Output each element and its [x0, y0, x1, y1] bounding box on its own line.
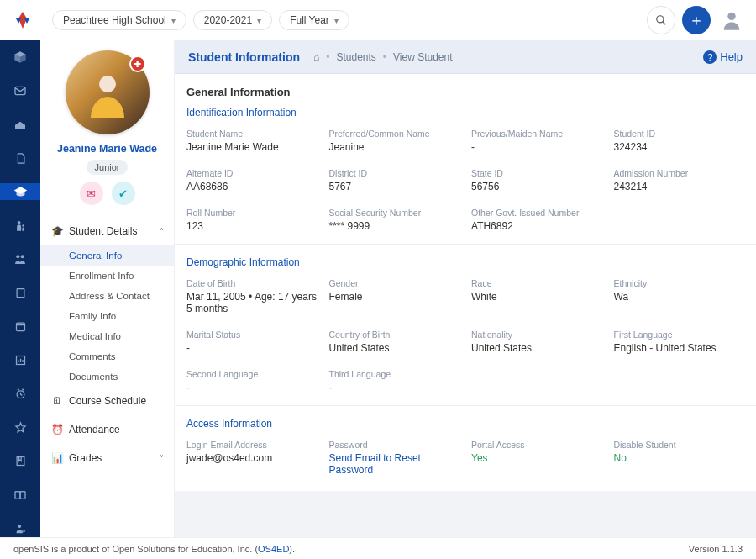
field-gender: GenderFemale [329, 278, 460, 314]
section-demographic: Demographic Information [186, 256, 744, 268]
svg-point-7 [16, 256, 19, 259]
rail-time[interactable] [0, 386, 40, 403]
submenu-label: Grades [69, 452, 102, 464]
bookmark-book-icon [14, 455, 27, 467]
document-icon [14, 152, 27, 165]
student-avatar: ✚ [66, 50, 150, 134]
field-state-id: State ID56756 [471, 168, 602, 192]
term-selector[interactable]: Full Year ▾ [279, 10, 349, 30]
medical-badge-icon: ✚ [129, 55, 146, 72]
rail-dashboard[interactable] [0, 49, 40, 66]
grades-toggle[interactable]: 📊 Grades ˅ [40, 444, 174, 472]
calendar-icon [14, 320, 27, 333]
svg-rect-9 [17, 288, 24, 297]
rail-students[interactable] [0, 183, 40, 200]
bar-chart-icon: 📊 [50, 452, 64, 464]
shield-check-icon: ✔ [118, 187, 128, 200]
email-student-button[interactable]: ✉ [80, 182, 103, 205]
page-title: Student Information [188, 50, 300, 64]
rail-staff[interactable] [0, 250, 40, 267]
rail-book[interactable] [0, 284, 40, 301]
field-marital: Marital Status- [186, 330, 318, 354]
svg-rect-10 [16, 323, 24, 330]
svg-point-15 [18, 525, 21, 529]
field-login-email: Login Email Addressjwade@os4ed.com [186, 440, 318, 476]
field-cob: Country of BirthUnited States [329, 330, 460, 354]
breadcrumb-item[interactable]: Students [336, 51, 375, 63]
field-govt-number: Other Govt. Issued NumberATH6892 [471, 208, 602, 232]
attendance-link[interactable]: ⏰ Attendance [40, 415, 174, 444]
user-menu[interactable] [717, 6, 746, 34]
footer: openSIS is a product of Open Solutions f… [0, 537, 756, 559]
user-gear-icon [14, 522, 27, 535]
student-details-toggle[interactable]: 🎓 Student Details ˄ [40, 217, 174, 245]
version-label: Version 1.1.3 [689, 544, 743, 554]
field-portal-access: Portal AccessYes [471, 440, 602, 476]
submenu-medical-info[interactable]: Medical Info [40, 326, 174, 346]
field-preferred-name: Preferred/Common NameJeanine [329, 129, 460, 153]
student-name: Jeanine Marie Wade [57, 143, 157, 155]
graduation-cap-icon: 🎓 [50, 225, 64, 237]
field-roll-number: Roll Number123 [186, 208, 318, 232]
search-button[interactable] [647, 6, 675, 34]
os4ed-link[interactable]: OS4ED [258, 544, 289, 554]
svg-point-2 [727, 13, 735, 20]
svg-point-16 [23, 530, 25, 533]
home-icon[interactable]: ⌂ [313, 51, 319, 63]
rail-mail[interactable] [0, 82, 40, 99]
rail-reports[interactable] [0, 352, 40, 369]
field-third-language: Third Language- [329, 369, 460, 393]
open-book-icon [13, 488, 27, 502]
field-password: PasswordSend Email to Reset Password [329, 440, 460, 476]
side-panel: ✚ Jeanine Marie Wade Junior ✉ ✔ 🎓 Studen… [40, 40, 175, 537]
verify-student-button[interactable]: ✔ [112, 182, 135, 205]
svg-point-8 [21, 256, 24, 259]
section-access: Access Information [186, 418, 744, 430]
book-icon [14, 287, 27, 299]
rail-library[interactable] [0, 453, 40, 470]
rail-star[interactable] [0, 419, 40, 436]
submenu-family-info[interactable]: Family Info [40, 306, 174, 326]
building-icon [13, 118, 27, 131]
card-title: General Information [186, 86, 744, 98]
svg-point-5 [17, 221, 20, 224]
svg-line-1 [663, 22, 666, 25]
field-student-name: Student NameJeanine Marie Wade [186, 129, 318, 153]
submenu-address-contact[interactable]: Address & Contact [40, 286, 174, 306]
rail-open-book[interactable] [0, 487, 40, 504]
section-identification: Identification Information [186, 107, 744, 119]
star-icon [14, 421, 27, 434]
rail-parents[interactable] [0, 217, 40, 234]
svg-point-17 [99, 76, 116, 92]
people-icon [13, 252, 27, 266]
course-schedule-link[interactable]: 🗓 Course Schedule [40, 387, 174, 415]
field-maiden-name: Previous/Maiden Name- [471, 129, 602, 153]
rail-calendar[interactable] [0, 319, 40, 335]
graduation-cap-icon [13, 185, 28, 199]
year-selector[interactable]: 2020-2021 ▾ [193, 10, 272, 30]
content-area: Student Information ⌂ • Students • View … [175, 40, 756, 537]
term-value: Full Year [290, 14, 329, 26]
rail-admin[interactable] [0, 520, 40, 537]
footer-text: openSIS is a product of Open Solutions f… [13, 544, 295, 554]
rail-school[interactable] [0, 116, 40, 133]
person-icon [82, 67, 133, 118]
reset-password-link[interactable]: Send Email to Reset Password [329, 452, 460, 476]
chevron-down-icon: ▾ [171, 16, 176, 25]
mail-icon [13, 84, 27, 98]
help-link[interactable]: ? Help [703, 50, 743, 64]
rail-document[interactable] [0, 150, 40, 166]
submenu-documents[interactable]: Documents [40, 367, 174, 387]
plus-icon: ＋ [689, 10, 704, 30]
field-ssn: Social Security Number**** 9999 [329, 208, 460, 232]
calendar-icon: 🗓 [50, 395, 64, 407]
breadcrumb: ⌂ • Students • View Student [313, 51, 453, 63]
submenu-general-info[interactable]: General Info [40, 245, 174, 266]
submenu-enrollment-info[interactable]: Enrollment Info [40, 266, 174, 286]
field-district-id: District ID5767 [329, 168, 460, 192]
submenu-comments[interactable]: Comments [40, 346, 174, 367]
add-button[interactable]: ＋ [682, 6, 711, 34]
field-second-language: Second Language- [186, 369, 318, 393]
school-selector[interactable]: Peachtree High School ▾ [52, 10, 186, 30]
content-header: Student Information ⌂ • Students • View … [175, 40, 756, 74]
